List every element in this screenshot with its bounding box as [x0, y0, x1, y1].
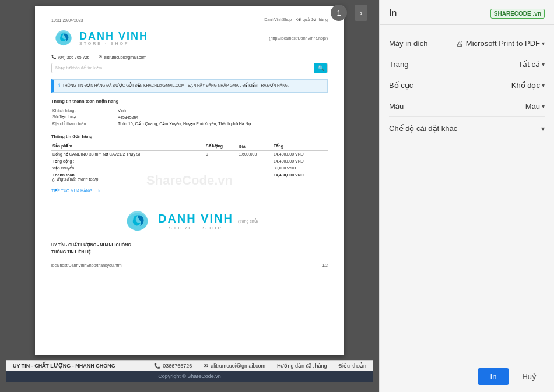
layout-value: Khổ dọc: [511, 81, 540, 90]
logo-sub-text: STORE · SHOP: [79, 41, 148, 45]
pages-chevron: ▾: [542, 61, 545, 68]
logo-left: DANH VINH STORE · SHOP: [51, 26, 148, 50]
bottom-page: 1/2: [322, 263, 328, 267]
footer-logo-main: DANH VINH: [158, 212, 233, 225]
order-guide-link[interactable]: Hướng dẫn đặt hàng: [277, 363, 327, 369]
color-label: Màu: [389, 102, 404, 111]
preview-area: 1 › ShareCode.vn 19:31 29/04/2023 DanhVi…: [0, 0, 379, 392]
page-number-badge: 1: [331, 5, 347, 21]
shipping-label: Vận chuyển: [51, 165, 205, 172]
phone-bottom: 📞 0366765726: [154, 363, 192, 369]
sharecode-logo: SHARECODE .vn: [490, 9, 545, 19]
col-product: Sản phẩm: [51, 142, 205, 151]
order-table: Sản phẩm Số lượng Giá Tổng Đồng hồ CANDI…: [51, 142, 328, 183]
printer-icon: 🖨: [456, 39, 464, 48]
layout-select[interactable]: Khổ dọc ▾: [511, 81, 545, 90]
phone-contact: 📞 (04) 366 765 726: [51, 55, 89, 59]
product-price: 1,600,000: [237, 151, 272, 158]
timestamp: 19:31 29/04/2023: [51, 18, 83, 22]
sum-row: Tổng cộng : 14,400,000 VNĐ: [51, 158, 328, 165]
bottom-url: localhost/DanhVinhShop/thankyou.html: [51, 263, 122, 267]
pages-label: Trang: [389, 60, 408, 69]
logo-text-block: DANH VINH STORE · SHOP: [79, 31, 148, 45]
sum-label: Tổng cộng :: [51, 158, 205, 165]
print-button[interactable]: In: [478, 368, 510, 385]
preview-bottom-links: 📞 0366765726 ✉ alitrumcuoi@gmail.com Hướ…: [154, 363, 366, 369]
continue-link[interactable]: TIẾP TỤC MUA HÀNG: [51, 189, 92, 193]
footer-logo-text: DANH VINH STORE · SHOP: [158, 212, 233, 231]
payment-info-table: Khách hàng : Vinh Số điện thoại : +45345…: [51, 107, 328, 128]
logo-icon: [51, 26, 76, 50]
phone-bottom-text: 0366765726: [163, 363, 192, 369]
email-text: alitrumcuoi@gmail.com: [104, 55, 146, 59]
page-nav-right[interactable]: ›: [355, 5, 367, 21]
printer-select[interactable]: Microsoft Print to PDF ▾: [466, 39, 545, 48]
print-form: Máy in đích 🖨 Microsoft Print to PDF ▾ T…: [380, 25, 554, 361]
shipping-value: 30,000 VNĐ: [272, 165, 328, 172]
action-row: TIẾP TỤC MUA HÀNG In: [51, 189, 328, 193]
footer-logo-sub: STORE · SHOP: [158, 225, 233, 231]
customer-value: Vinh: [118, 108, 327, 113]
footer-page-note: (trang chủ): [238, 219, 258, 224]
sharecode-domain: .vn: [533, 10, 541, 17]
search-button[interactable]: 🔍: [314, 63, 327, 73]
product-row: Đồng hồ CANDINO 33 mm Nữ CA721/2 Thụy Sĩ…: [51, 151, 328, 158]
order-guide-text: Hướng dẫn đặt hàng: [277, 363, 327, 369]
email-bottom: ✉ alitrumcuoi@gmail.com: [204, 363, 265, 369]
product-name: Đồng hồ CANDINO 33 mm Nữ CA721/2 Thụy Sĩ: [51, 151, 205, 158]
pages-select[interactable]: Tất cả ▾: [518, 60, 545, 69]
phone-label: Số điện thoại :: [52, 114, 117, 120]
payment-section-title: Thông tin thanh toán nhận hàng: [51, 98, 328, 104]
payment-label: Thanh toán: [52, 173, 75, 177]
address-row: Địa chỉ thanh toán : Thôn 10, Cẩm Quang,…: [52, 121, 327, 127]
advanced-row[interactable]: Chế độ cài đặt khác ▾: [389, 117, 545, 140]
payment-value: 14,430,000 VNĐ: [272, 172, 328, 183]
advanced-label: Chế độ cài đặt khác: [389, 124, 457, 133]
col-qty: Số lượng: [205, 142, 237, 151]
footer-slogan: UY TÍN - CHẤT LƯỢNG - NHANH CHÓNG: [51, 243, 328, 248]
paper-preview: ShareCode.vn 19:31 29/04/2023 DanhVinhSh…: [35, 6, 344, 355]
page-header-title: DanhVinhShop - Kết quả đơn hàng: [264, 17, 328, 22]
layout-label: Bố cục: [389, 81, 413, 90]
sharecode-label: SHARECODE: [494, 10, 531, 17]
info-box: ℹ THÔNG TIN ĐƠN HÀNG ĐÃ ĐƯỢC GỬI ĐẾN KHA…: [51, 79, 328, 93]
info-icon: ℹ: [58, 83, 60, 89]
sharecode-badge: SHARECODE .vn: [490, 9, 545, 19]
email-bottom-text: alitrumcuoi@gmail.com: [211, 363, 265, 369]
col-price: Giá: [237, 142, 272, 151]
phone-text: (04) 366 765 726: [58, 55, 89, 59]
pages-row: Trang Tất cả ▾: [389, 54, 545, 75]
col-total: Tổng: [272, 142, 328, 151]
sum-value: 14,400,000 VNĐ: [272, 158, 328, 165]
printer-row: Máy in đích 🖨 Microsoft Print to PDF ▾: [389, 33, 545, 54]
customer-label: Khách hàng :: [52, 108, 117, 113]
color-chevron: ▾: [542, 103, 545, 110]
email-bottom-icon: ✉: [204, 363, 208, 369]
page-badge-text: 1: [336, 9, 341, 17]
printer-label: Máy in đích: [389, 39, 427, 48]
address-value: Thôn 10, Cẩm Quang, Cẩm Xuyên, Huyện Phú…: [118, 121, 327, 127]
phone-bottom-icon: 📞: [154, 363, 160, 369]
print-link[interactable]: In: [98, 189, 101, 193]
shipping-row: Vận chuyển 30,000 VNĐ: [51, 165, 328, 172]
email-contact: ✉ alitrumcuoi@gmail.com: [99, 55, 146, 59]
phone-value: +45345264: [118, 114, 327, 120]
logo-main-text: DANH VINH: [79, 31, 148, 41]
copyright-text: Copyright © ShareCode.vn: [158, 373, 221, 379]
order-section-title: Thông tin đơn hàng: [51, 134, 328, 139]
printer-value-area: 🖨 Microsoft Print to PDF ▾: [456, 39, 545, 48]
address-label: Địa chỉ thanh toán :: [52, 121, 117, 127]
terms-link[interactable]: Điều khoản: [338, 363, 366, 369]
cancel-button[interactable]: Huỷ: [514, 368, 545, 385]
color-select[interactable]: Màu ▾: [525, 102, 545, 111]
main-wrapper: 1 › ShareCode.vn 19:31 29/04/2023 DanhVi…: [0, 0, 554, 392]
printer-chevron: ▾: [542, 40, 545, 47]
info-message: THÔNG TIN ĐƠN HÀNG ĐÃ ĐƯỢC GỬI ĐẾN KHACH…: [62, 83, 289, 88]
payment-note: (Tổng số tiền thanh toán): [52, 177, 99, 181]
footer-logo-icon: [121, 205, 153, 237]
search-bar: Nhập từ khóa để tìm kiếm... 🔍: [51, 63, 328, 73]
paper-bottom-bar: localhost/DanhVinhShop/thankyou.html 1/2: [51, 263, 328, 267]
terms-text: Điều khoản: [338, 363, 366, 369]
print-panel-title: In: [389, 8, 397, 19]
paper-logo-area: DANH VINH STORE · SHOP (http://localhost…: [51, 26, 328, 50]
